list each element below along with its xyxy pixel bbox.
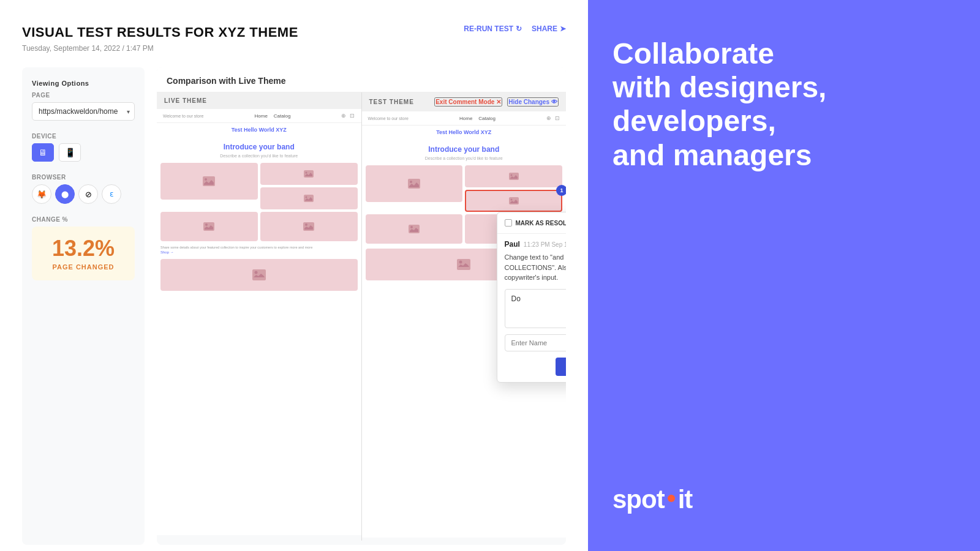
svg-point-7 — [205, 223, 208, 226]
preview-brand-live: Test Hello World XYZ — [159, 127, 359, 133]
share-button[interactable]: SHARE ➤ — [532, 24, 566, 33]
svg-rect-2 — [304, 170, 314, 178]
hide-changes-btn[interactable]: Hide Changes 👁 — [507, 97, 559, 107]
live-img-1 — [160, 163, 258, 200]
preview-hero-sub-live: Describe a collection you'd like to feat… — [160, 154, 358, 158]
preview-logo-test: Test Hello World XYZ — [362, 126, 567, 138]
comment-author-name: Paul — [505, 240, 520, 249]
live-grid — [157, 163, 361, 209]
live-small-text: Share some details about your featured c… — [157, 244, 361, 257]
home-link-live: Home — [254, 113, 267, 119]
page-select-wrapper: https/mackweldon/home ▾ — [32, 102, 135, 121]
svg-point-1 — [205, 178, 207, 181]
test-theme-header: TEST THEME Exit Comment Mode ✕ Hide Chan… — [362, 92, 567, 111]
live-img-5 — [260, 212, 358, 241]
svg-point-9 — [305, 223, 307, 226]
comment-author-row: Paul 11:23 PM Sep 15 — [505, 240, 567, 249]
test-img-3-highlighted: 1 — [465, 190, 562, 212]
cart-icon-test: ⊡ — [555, 115, 560, 121]
exit-comment-btn[interactable]: Exit Comment Mode ✕ — [434, 97, 502, 107]
tagline-block: Collaborate with designers, developers, … — [612, 37, 956, 172]
page-label: PAGE — [32, 92, 135, 99]
live-grid-3 — [157, 257, 361, 293]
spot-it-text-before: spot — [612, 485, 665, 514]
svg-point-15 — [510, 174, 512, 176]
viewing-options-label: Viewing Options — [32, 80, 135, 87]
preview-hero-test: Introduce your band Describe a collectio… — [362, 138, 567, 165]
catalog-link-test: Catalog — [478, 116, 496, 121]
comment-text: Change text to "and more COLLECTIONS". A… — [505, 252, 567, 283]
right-panel: Collaborate with designers, developers, … — [588, 0, 980, 551]
comparison-header: Comparison with Live Theme — [157, 67, 566, 92]
mobile-icon: 📱 — [65, 148, 75, 157]
svg-point-13 — [410, 181, 412, 183]
preview-hero-title-test: Introduce your band — [366, 145, 563, 154]
live-img-3 — [260, 187, 358, 209]
svg-point-11 — [254, 271, 257, 274]
chrome-btn[interactable]: ⬤ — [55, 184, 75, 204]
modal-footer: SEND REPLY — [505, 358, 567, 376]
test-theme-col: TEST THEME Exit Comment Mode ✕ Hide Chan… — [362, 92, 567, 541]
browser-section: BROWSER 🦊 ⬤ ⊘ ɛ — [32, 174, 135, 204]
search-icon-live: ⊕ — [341, 113, 346, 119]
cart-icon-live: ⊡ — [350, 113, 355, 119]
resolved-checkbox[interactable] — [505, 219, 512, 227]
svg-rect-14 — [509, 173, 519, 180]
svg-point-5 — [306, 197, 307, 198]
safari-icon: ⊘ — [85, 190, 92, 199]
close-icon: ✕ — [496, 99, 501, 105]
change-section: CHANGE % 13.2% PAGE CHANGED — [32, 216, 135, 280]
preview-brand-test: Test Hello World XYZ — [364, 129, 564, 135]
svg-rect-10 — [252, 269, 266, 280]
live-site-preview: Welcome to our store Home Catalog ⊕ ⊡ — [157, 109, 361, 535]
comment-modal: MARK AS RESOLVED ✕ Paul 11:23 PM Sep 15 … — [497, 212, 567, 383]
top-actions: RE-RUN TEST ↻ SHARE ➤ — [464, 24, 566, 33]
comparison-columns: LIVE THEME Welcome to our store Home Cat… — [157, 92, 566, 541]
test-theme-actions: Exit Comment Mode ✕ Hide Changes 👁 — [434, 97, 559, 107]
search-icon-test: ⊕ — [546, 115, 551, 121]
chrome-icon: ⬤ — [61, 190, 69, 198]
desktop-icon: 🖥 — [39, 148, 47, 157]
svg-rect-16 — [509, 197, 519, 204]
page-select[interactable]: https/mackweldon/home — [32, 102, 135, 121]
test-grid: 1 — [362, 165, 567, 212]
reply-textarea[interactable]: Do — [505, 289, 567, 328]
rerun-icon: ↻ — [516, 24, 522, 33]
live-theme-label: LIVE THEME — [164, 97, 207, 104]
preview-icons-test: ⊕ ⊡ — [546, 115, 560, 121]
send-reply-button[interactable]: SEND REPLY — [556, 358, 566, 376]
comment-time: 11:23 PM Sep 15 — [524, 241, 566, 248]
live-img-6 — [160, 259, 358, 291]
preview-nav-live: Welcome to our store Home Catalog ⊕ ⊡ — [157, 109, 361, 123]
mobile-device-btn[interactable]: 📱 — [59, 143, 81, 162]
preview-hero-sub-test: Describe a collection you'd like to feat… — [366, 156, 563, 160]
change-box: 13.2% PAGE CHANGED — [32, 227, 135, 280]
tagline: Collaborate with designers, developers, … — [612, 37, 845, 172]
mark-resolved[interactable]: MARK AS RESOLVED — [505, 219, 567, 227]
preview-nav-links-test: Home Catalog — [459, 116, 496, 121]
browser-label: BROWSER — [32, 174, 135, 181]
eye-icon: 👁 — [551, 99, 557, 105]
sidebar: Viewing Options PAGE https/mackweldon/ho… — [22, 67, 145, 545]
rerun-test-button[interactable]: RE-RUN TEST ↻ — [464, 24, 522, 33]
live-right-grid — [260, 163, 358, 209]
main-content: Viewing Options PAGE https/mackweldon/ho… — [22, 67, 566, 545]
comparison-area: Comparison with Live Theme LIVE THEME We… — [157, 67, 566, 545]
preview-nav-links-live: Home Catalog — [254, 113, 290, 119]
live-theme-header: LIVE THEME — [157, 92, 361, 109]
firefox-btn[interactable]: 🦊 — [32, 184, 51, 204]
test-theme-label: TEST THEME — [369, 99, 414, 105]
edge-btn[interactable]: ɛ — [102, 184, 121, 204]
page-subtitle: Tuesday, September 14, 2022 / 1:47 PM — [22, 44, 566, 53]
name-input[interactable] — [505, 334, 567, 351]
desktop-device-btn[interactable]: 🖥 — [32, 143, 54, 162]
safari-btn[interactable]: ⊘ — [78, 184, 98, 204]
spot-dot-icon — [668, 495, 675, 502]
catalog-link-live: Catalog — [274, 113, 291, 119]
svg-rect-22 — [457, 259, 470, 270]
page-section: PAGE https/mackweldon/home ▾ — [32, 92, 135, 121]
preview-hero-title-live: Introduce your band — [160, 143, 358, 151]
change-label: CHANGE % — [32, 216, 135, 223]
home-link-test: Home — [459, 116, 472, 121]
live-preview-link: Shop → — [160, 250, 174, 254]
